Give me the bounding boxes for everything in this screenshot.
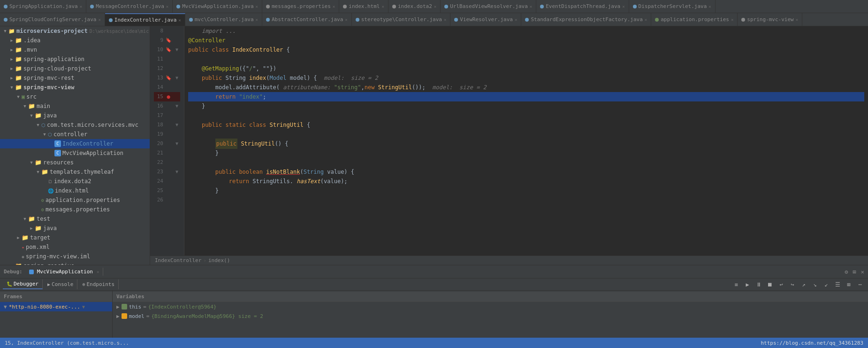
sidebar-item-mvn[interactable]: ▶ 📁 .mvn [0, 45, 150, 54]
tab-url-view-resolver[interactable]: UrlBasedViewResolver.java ✕ [441, 0, 536, 13]
sidebar-item-messages-props[interactable]: ⚙ messages.properties [0, 205, 150, 214]
session-close-icon[interactable]: ✕ [97, 270, 99, 274]
tab-label: messages.properties [272, 3, 331, 9]
close-icon[interactable]: ✕ [708, 4, 711, 9]
close-icon[interactable]: ✕ [444, 17, 446, 22]
sidebar-item-spring-mvc-rest[interactable]: ▶ 📁 spring-mvc-rest [0, 73, 150, 83]
sidebar-item-spring-reactive[interactable]: ▶ 📁 spring-reactive [0, 261, 150, 265]
sidebar-item-resources[interactable]: ▼ 📁 resources [0, 158, 150, 167]
fold-icon[interactable]: ▼ [174, 120, 180, 130]
debug-tab-endpoints[interactable]: ⊕ Endpoints [78, 279, 119, 289]
code-editor[interactable]: 8 9 🔖 10 🔖 ▼ 11 [150, 26, 868, 255]
sidebar-item-controller-pkg[interactable]: ▼ ⬡ controller [0, 130, 150, 139]
toolbar-btn-run-to-cursor[interactable]: ↘ [810, 279, 820, 290]
toolbar-btn-more[interactable]: ⋯ [855, 279, 865, 290]
toolbar-btn-grid[interactable]: ⊞ [844, 279, 854, 290]
close-icon[interactable]: ✕ [515, 17, 517, 22]
code-content[interactable]: import ... @Controller public class Inde… [184, 26, 868, 255]
close-icon[interactable]: ✕ [98, 17, 100, 22]
toolbar-btn-step-out[interactable]: ↗ [799, 279, 809, 290]
toolbar-btn-step-into[interactable]: ↪ [787, 279, 798, 290]
sidebar-item-java-test[interactable]: ▶ 📁 java [0, 224, 150, 233]
tab-messages-props[interactable]: messages.properties ✕ [262, 0, 339, 13]
sidebar-item-pom[interactable]: ✦ pom.xml [0, 242, 150, 252]
tab-abstract-controller[interactable]: AbstractController.java ✕ [262, 13, 352, 26]
tab-index-controller[interactable]: IndexController.java ✕ [105, 13, 185, 26]
sidebar-item-templates[interactable]: ▼ 📁 templates.thymeleaf [0, 167, 150, 177]
sidebar-item-target[interactable]: ▶ 📁 target [0, 233, 150, 242]
close-icon[interactable]: ✕ [731, 17, 733, 22]
close-icon[interactable]: ✕ [622, 4, 624, 9]
fold-icon[interactable]: ▼ [174, 45, 180, 54]
sidebar-item-app-props[interactable]: ⚙ application.properties [0, 195, 150, 205]
close-icon[interactable]: ✕ [333, 4, 335, 9]
tab-mvc-controller[interactable]: mvc\Controller.java ✕ [185, 13, 262, 26]
breadcrumb-item-class[interactable]: IndexController [155, 257, 201, 263]
expand-icon[interactable]: ⊞ [853, 269, 856, 275]
close-icon[interactable]: ✕ [796, 17, 798, 22]
settings-icon[interactable]: ⚙ [845, 269, 848, 275]
toolbar-btn-layout[interactable]: ☰ [832, 279, 843, 290]
fold-icon[interactable]: ▼ [174, 139, 180, 148]
fold-icon[interactable]: ▼ [174, 101, 180, 111]
tab-dispatcher[interactable]: DispatcherServlet.java ✕ [629, 0, 716, 13]
fold-icon[interactable]: ▼ [174, 167, 180, 177]
close-icon[interactable]: ✕ [434, 4, 436, 9]
sidebar-item-microservices[interactable]: ▼ 📁 microservices-project D:\workspace\i… [0, 26, 150, 36]
close-icon[interactable]: ✕ [645, 17, 647, 22]
var-expand-icon[interactable]: ▶ [116, 304, 120, 310]
debug-session-tab[interactable]: MvcViewApplication ✕ [25, 268, 104, 276]
close-icon[interactable]: ✕ [530, 4, 532, 9]
sidebar-item-index-controller[interactable]: C IndexController [0, 139, 150, 148]
tab-mvc-view-app[interactable]: MvcViewApplication.java ✕ [173, 0, 262, 13]
tab-std-expr[interactable]: StandardExpressionObjectFactory.java ✕ [521, 13, 651, 26]
sidebar-item-mvc-view-app[interactable]: C MvcViewApplication [0, 148, 150, 158]
sidebar-item-spring-mvc-view[interactable]: ▼ 📁 spring-mvc-view [0, 83, 150, 92]
sidebar-item-idea[interactable]: ▶ 📁 .idea [0, 36, 150, 45]
tab-index-html[interactable]: index.html ✕ [339, 0, 388, 13]
debug-var-model[interactable]: ▶ model = {BindingAwareModelMap@5966} si… [113, 311, 868, 321]
sidebar-item-main[interactable]: ▼ 📁 main [0, 101, 150, 111]
tab-index-dota2[interactable]: index.dota2 ✕ [388, 0, 441, 13]
close-debug-icon[interactable]: ✕ [861, 269, 864, 275]
close-icon[interactable]: ✕ [256, 17, 258, 22]
frame-dropdown-icon[interactable]: ▼ [82, 304, 85, 309]
close-icon[interactable]: ✕ [256, 4, 258, 9]
debug-frame-item-0[interactable]: ▼ *http-nio-8080-exec-... ▼ [0, 302, 112, 311]
debug-var-this[interactable]: ▶ this = {IndexController@5964} [113, 302, 868, 311]
sidebar-item-spring-cloud[interactable]: ▶ 📁 spring-cloud-project [0, 64, 150, 73]
close-icon[interactable]: ✕ [382, 4, 384, 9]
tab-app-props[interactable]: application.properties ✕ [651, 13, 738, 26]
sidebar-item-iml[interactable]: ◈ spring-mvc-view.iml [0, 252, 150, 261]
sidebar-item-index-dota2[interactable]: 🗋 index.dota2 [0, 177, 150, 186]
breadcrumb-item-method[interactable]: index() [208, 257, 230, 263]
tab-event-dispatch[interactable]: EventDispatchThread.java ✕ [536, 0, 629, 13]
sidebar-item-test[interactable]: ▼ 📁 test [0, 214, 150, 224]
tab-message-ctrl[interactable]: MessageController.java ✕ [86, 0, 173, 13]
fold-icon[interactable]: ▼ [174, 73, 180, 83]
close-icon[interactable]: ✕ [80, 4, 82, 9]
toolbar-btn-evaluate[interactable]: ↙ [821, 279, 831, 290]
tab-spring-app[interactable]: SpringApplication.java ✕ [0, 0, 86, 13]
breakpoint-icon[interactable]: ● [165, 92, 172, 101]
sidebar-item-spring-app[interactable]: ▶ 📁 spring-application [0, 54, 150, 64]
close-icon[interactable]: ✕ [345, 17, 347, 22]
tab-view-resolver[interactable]: ViewResolver.java ✕ [450, 13, 521, 26]
tab-stereotype-controller[interactable]: stereotype\Controller.java ✕ [352, 13, 451, 26]
toolbar-btn-resume[interactable]: ▶ [742, 279, 753, 290]
sidebar-item-java[interactable]: ▼ 📁 java [0, 111, 150, 120]
debug-tab-console[interactable]: ▶ Console [44, 279, 77, 289]
debug-tab-debugger[interactable]: 🐛 Debugger [3, 279, 43, 289]
close-icon[interactable]: ✕ [166, 4, 168, 9]
toolbar-btn-settings[interactable]: ≡ [731, 279, 741, 290]
toolbar-btn-step-over[interactable]: ↩ [776, 279, 786, 290]
sidebar-item-package[interactable]: ▼ ⬡ com.test.micro.services.mvc [0, 120, 150, 130]
close-icon[interactable]: ✕ [178, 18, 181, 23]
toolbar-btn-pause[interactable]: ⏸ [754, 279, 764, 290]
tab-spring-cloud[interactable]: SpringCloudConfigServer.java ✕ [0, 13, 105, 26]
tab-spring-mvc-view[interactable]: spring-mvc-view ✕ [738, 13, 802, 26]
sidebar-item-src[interactable]: ▼ ▣ src [0, 92, 150, 101]
toolbar-btn-stop[interactable]: ⏹ [765, 279, 775, 290]
sidebar-item-index-html[interactable]: 🌐 index.html [0, 186, 150, 195]
var-expand-icon[interactable]: ▶ [116, 313, 120, 319]
